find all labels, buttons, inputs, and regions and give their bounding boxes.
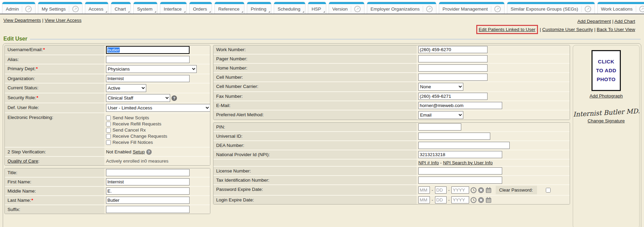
external-link-icon[interactable]: ↗: [636, 6, 644, 12]
add-department-link[interactable]: Add Department: [578, 19, 611, 24]
cell-number-label: Cell Number:: [213, 73, 417, 81]
external-link-icon[interactable]: ↗: [581, 6, 591, 12]
cell-number-input[interactable]: [418, 74, 488, 81]
def-user-role-select[interactable]: User - Limited Access: [106, 104, 210, 112]
work-number-row: Work Number:: [213, 45, 570, 54]
photo-panel: CLICK TO ADD PHOTO Add Photograph Intern…: [573, 45, 640, 227]
tab-label: Similar Exposure Groups (SEGs): [511, 6, 578, 12]
add-photograph-link[interactable]: Add Photograph: [589, 93, 623, 99]
password-expire-year-input[interactable]: [451, 186, 469, 194]
organization-input[interactable]: [106, 75, 190, 82]
dea-number-input[interactable]: [418, 142, 510, 149]
eprescribe-option: Receive Fill Notices: [106, 140, 167, 145]
edit-patients-linked-link[interactable]: Edit Patients Linked to User: [479, 27, 536, 32]
npi-search-link[interactable]: NPI Search by User Info: [443, 160, 493, 165]
clear-date-icon[interactable]: [478, 187, 484, 193]
tab-version[interactable]: Version↗: [329, 2, 364, 14]
npi-label: National Provider Id (NPI):: [213, 150, 417, 159]
universal-id-input[interactable]: [418, 133, 490, 140]
customize-user-security-link[interactable]: Customize User Security: [542, 27, 593, 32]
view-departments-link[interactable]: View Departments: [3, 18, 41, 23]
back-to-user-view-link[interactable]: Back To User View: [597, 27, 635, 32]
work-number-input[interactable]: [418, 46, 488, 53]
tax-id-label: Tax Identification Number:: [213, 176, 417, 184]
eprescribe-checkbox-send-cancel-rx[interactable]: [106, 128, 111, 133]
tab-system[interactable]: System: [133, 2, 158, 14]
tab-label: Admin: [6, 6, 19, 12]
help-icon[interactable]: ?: [146, 149, 152, 155]
calendar-icon[interactable]: [485, 187, 492, 193]
security-role-select[interactable]: Clinical Staff: [106, 94, 170, 102]
alert-method-select[interactable]: Email: [418, 111, 463, 119]
eprescribe-checkbox-receive-change-requests[interactable]: [106, 134, 111, 139]
clock-icon[interactable]: [470, 197, 477, 203]
tab-printing[interactable]: Printing: [247, 2, 271, 14]
login-expire-day-input[interactable]: [435, 196, 447, 203]
calendar-icon[interactable]: [485, 197, 492, 203]
cell-carrier-select[interactable]: None: [418, 83, 463, 91]
email-input[interactable]: [418, 102, 502, 109]
external-link-icon[interactable]: ↗: [22, 6, 32, 12]
first-name-label: First Name:: [5, 178, 104, 186]
clear-date-icon[interactable]: [478, 197, 484, 203]
clock-icon[interactable]: [470, 187, 477, 193]
suffix-input[interactable]: [106, 206, 190, 213]
view-user-access-link[interactable]: View User Access: [45, 18, 81, 23]
eprescribe-checkbox-send-new-scripts[interactable]: [106, 116, 111, 120]
password-expire-month-input[interactable]: [418, 186, 430, 194]
npi-input[interactable]: [418, 151, 502, 158]
first-name-input[interactable]: [106, 178, 190, 185]
tax-id-input[interactable]: [418, 177, 502, 184]
external-link-icon[interactable]: ↗: [423, 6, 433, 12]
tab-reference[interactable]: Reference: [214, 2, 244, 14]
tab-label: Interface: [164, 6, 182, 12]
npi-info-link[interactable]: NPI # Info: [418, 160, 439, 165]
add-chart-link[interactable]: Add Chart: [614, 19, 635, 24]
eprescribe-checkbox-receive-refill-requests[interactable]: [106, 122, 111, 126]
primary-dept-select[interactable]: Physicians: [106, 65, 197, 73]
login-expire-year-input[interactable]: [451, 196, 469, 203]
username-input[interactable]: butler: [106, 46, 190, 54]
organization-row: Organization:: [5, 74, 210, 83]
tab-admin[interactable]: Admin↗: [2, 2, 35, 14]
current-status-select[interactable]: Active: [106, 84, 146, 92]
home-number-input[interactable]: [418, 64, 488, 72]
eprescribe-option: Send Cancel Rx: [106, 127, 167, 133]
change-signature-link[interactable]: Change Signature: [588, 118, 625, 123]
required-asterisk: *: [43, 47, 45, 52]
pin-input[interactable]: [418, 123, 461, 131]
clear-password-label: Clear Password:: [496, 186, 537, 194]
password-expire-day-input[interactable]: [435, 186, 447, 194]
add-photo-button[interactable]: CLICK TO ADD PHOTO: [591, 50, 621, 91]
fax-number-input[interactable]: [418, 93, 488, 100]
two-step-setup-link[interactable]: Setup: [133, 149, 145, 154]
tab-similar-exposure-groups-segs[interactable]: Similar Exposure Groups (SEGs)↗: [507, 2, 595, 14]
tab-access[interactable]: Access: [85, 2, 109, 14]
clear-password-checkbox[interactable]: [546, 188, 551, 193]
tab-interface[interactable]: Interface: [160, 2, 187, 14]
tab-orders[interactable]: Orders: [189, 2, 212, 14]
eprescribe-checkbox-receive-fill-notices[interactable]: [106, 140, 111, 145]
tab-provider-management[interactable]: Provider Management↗: [439, 2, 505, 14]
middle-name-input[interactable]: [106, 187, 190, 195]
license-number-input[interactable]: [418, 167, 502, 175]
tab-hsp[interactable]: HSP: [308, 2, 326, 14]
def-user-role-row: Def. User Role: User - Limited Access: [5, 103, 210, 112]
external-link-icon[interactable]: ↗: [351, 6, 361, 12]
last-name-label: Last Name:: [8, 198, 31, 203]
last-name-input[interactable]: [106, 197, 190, 204]
tab-employer-organizations[interactable]: Employer Organizations↗: [367, 2, 436, 14]
title-input[interactable]: [106, 169, 190, 176]
external-link-icon[interactable]: ↗: [69, 6, 79, 12]
external-link-icon[interactable]: ↗: [491, 6, 501, 12]
pager-number-input[interactable]: [418, 55, 488, 62]
alias-input[interactable]: [106, 56, 190, 63]
tab-chart[interactable]: Chart: [111, 2, 131, 14]
tab-my-settings[interactable]: My Settings↗: [38, 2, 83, 14]
help-icon[interactable]: ?: [171, 95, 177, 101]
tab-scheduling[interactable]: Scheduling: [274, 2, 305, 14]
pin-row: PIN:: [213, 123, 570, 131]
quality-of-care-link[interactable]: Quality of Care: [8, 158, 38, 164]
login-expire-month-input[interactable]: [418, 196, 430, 203]
tab-work-locations[interactable]: Work Locations↗: [597, 2, 644, 14]
